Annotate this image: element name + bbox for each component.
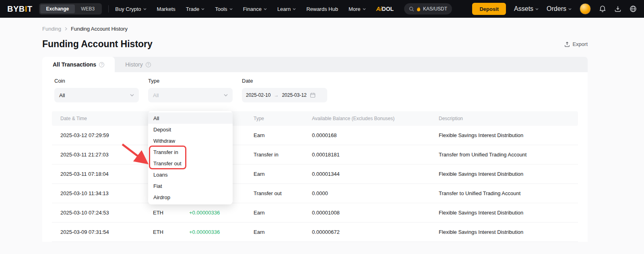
cell-datetime: 2025-03-09 07:31:54 (60, 229, 153, 235)
coin-select-value: All (59, 92, 65, 98)
nav-label: Learn (277, 6, 291, 12)
cell-datetime: 2025-03-12 07:29:59 (60, 132, 153, 138)
date-filter: Date 2025-02-10 → 2025-03-12 (242, 78, 327, 102)
chevron-down-icon (229, 8, 233, 10)
table-row: 2025-03-11 21:27:03 Transfer in 0.000181… (52, 145, 578, 164)
chevron-down-icon (363, 8, 366, 10)
download-app-button[interactable] (614, 5, 621, 12)
nav-markets[interactable]: Markets (157, 6, 175, 12)
nav-aidol[interactable]: AiDOL (376, 6, 394, 12)
nav-label: Orders (547, 5, 566, 12)
nav-label: Buy Crypto (115, 6, 141, 12)
nav-learn[interactable]: Learn (277, 6, 296, 12)
table-row: 2025-03-10 11:34:13 Transfer out 0.0000 … (52, 184, 578, 203)
cell-datetime: 2025-03-11 07:18:04 (60, 171, 153, 177)
cell-type: Earn (254, 210, 312, 216)
product-switch: Exchange WEB3 (39, 3, 102, 15)
col-type: Type (254, 116, 312, 121)
download-icon (614, 5, 621, 12)
dropdown-option-deposit[interactable]: Deposit (148, 124, 233, 135)
cell-balance: 0.00001344 (312, 171, 439, 177)
nav-orders[interactable]: Orders (547, 5, 572, 12)
search-value: KAS/USDT (423, 6, 447, 12)
dropdown-option-loans[interactable]: Loans (148, 169, 233, 180)
nav-more[interactable]: More (349, 6, 366, 12)
coin-select[interactable]: All (54, 88, 139, 102)
cell-datetime: 2025-03-11 21:27:03 (60, 152, 153, 158)
cell-balance: 0.00000672 (312, 229, 439, 235)
date-from: 2025-02-10 (246, 92, 270, 98)
breadcrumb-separator-icon (65, 27, 67, 31)
export-button[interactable]: Export (564, 41, 588, 47)
nav-buy-crypto[interactable]: Buy Crypto (115, 6, 146, 12)
dropdown-option-all[interactable]: All (148, 112, 233, 124)
chevron-down-icon (201, 8, 204, 10)
type-filter-label: Type (148, 78, 233, 84)
type-filter: Type All All Deposit Withdraw Transfer i… (148, 78, 233, 102)
dropdown-option-transfer-out[interactable]: Transfer out (148, 158, 233, 169)
cell-type: Earn (254, 171, 312, 177)
nav-rewards-hub[interactable]: Rewards Hub (306, 6, 338, 12)
main-nav: Buy Crypto Markets Trade Tools Finance L… (115, 6, 365, 12)
chevron-down-icon (224, 94, 228, 96)
cell-coin: ETH (153, 229, 189, 235)
date-to: 2025-03-12 (282, 92, 306, 98)
table-header: Date & Time Type Available Balance (Excl… (52, 111, 578, 126)
search-box[interactable]: KAS/USDT (404, 3, 452, 15)
dropdown-option-transfer-in[interactable]: Transfer in (148, 146, 233, 158)
nav-finance[interactable]: Finance (243, 6, 267, 12)
page-title: Funding Account History (42, 39, 153, 50)
cell-description: Flexible Savings Interest Distribution (439, 171, 578, 177)
notifications-button[interactable] (599, 5, 606, 12)
logo-text: BYB (7, 4, 25, 13)
tabbar: All Transactions History (42, 57, 588, 72)
page: Funding Funding Account History Funding … (0, 18, 644, 254)
search-icon (409, 6, 414, 12)
breadcrumb-current: Funding Account History (71, 26, 128, 32)
nav-assets[interactable]: Assets (514, 5, 539, 12)
date-arrow: → (274, 92, 279, 98)
breadcrumb-funding[interactable]: Funding (42, 26, 61, 32)
tab-all-transactions[interactable]: All Transactions (42, 57, 115, 72)
aidol-rest: DOL (382, 6, 394, 12)
switch-web3[interactable]: WEB3 (75, 4, 101, 13)
cell-balance: 0.0000 (312, 190, 439, 196)
table-row: 2025-03-11 07:18:04 Earn 0.00001344 Flex… (52, 164, 578, 184)
export-label: Export (572, 41, 588, 47)
nav-trade[interactable]: Trade (186, 6, 204, 12)
switch-exchange[interactable]: Exchange (40, 4, 75, 13)
language-button[interactable] (630, 5, 637, 12)
cell-description: Transfer to Unified Trading Account (439, 190, 578, 196)
cell-datetime: 2025-03-10 07:24:53 (60, 210, 153, 216)
flame-icon (417, 6, 421, 12)
cell-datetime: 2025-03-10 11:34:13 (60, 190, 153, 196)
breadcrumb: Funding Funding Account History (0, 18, 644, 32)
chevron-down-icon (293, 8, 296, 10)
col-description: Description (439, 116, 578, 121)
cell-quantity: +0.00000336 (189, 210, 254, 216)
bybit-logo[interactable]: BYBIT (7, 4, 33, 14)
cell-balance: 0.00018181 (312, 152, 439, 158)
chevron-down-icon (568, 8, 572, 10)
cell-type: Earn (254, 132, 312, 138)
dropdown-option-airdrop[interactable]: Airdrop (148, 192, 233, 203)
deposit-button[interactable]: Deposit (472, 3, 506, 15)
cell-balance: 0.0000168 (312, 132, 439, 138)
chevron-down-icon (143, 8, 147, 10)
nav-label: More (349, 6, 361, 12)
tab-history[interactable]: History (115, 57, 161, 72)
cell-type: Transfer in (254, 152, 312, 158)
table-row: 2025-03-09 07:31:54 ETH +0.00000336 Earn… (52, 223, 578, 242)
cell-coin: ETH (153, 210, 189, 216)
avatar[interactable] (580, 3, 591, 15)
nav-label: Assets (514, 5, 533, 12)
dropdown-option-fiat[interactable]: Fiat (148, 180, 233, 192)
transactions-table: Date & Time Type Available Balance (Excl… (52, 111, 578, 242)
table-row: 2025-03-10 07:24:53 ETH +0.00000336 Earn… (52, 203, 578, 223)
nav-tools[interactable]: Tools (215, 6, 232, 12)
title-row: Funding Account History Export (42, 39, 588, 50)
date-range-picker[interactable]: 2025-02-10 → 2025-03-12 (242, 88, 327, 102)
type-select[interactable]: All (148, 88, 233, 102)
bell-icon (599, 5, 606, 12)
dropdown-option-withdraw[interactable]: Withdraw (148, 135, 233, 146)
